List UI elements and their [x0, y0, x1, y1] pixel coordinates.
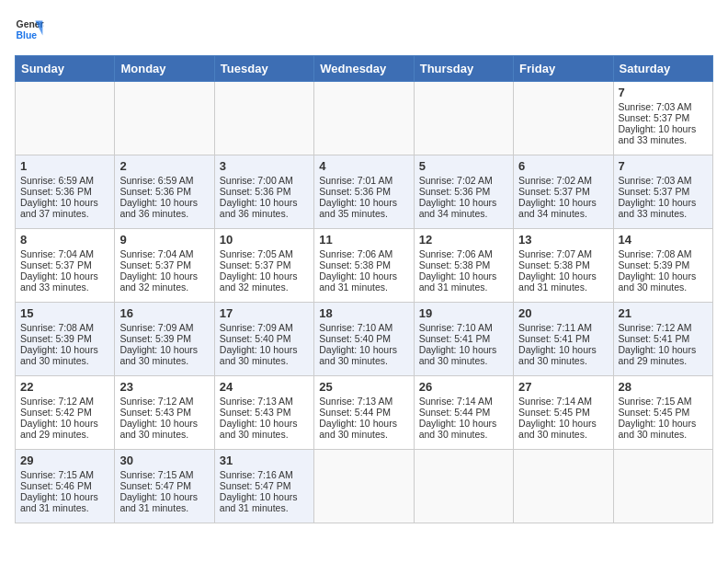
day-number: 23: [119, 380, 209, 394]
calendar-cell: 21Sunrise: 7:12 AMSunset: 5:41 PMDayligh…: [613, 303, 712, 376]
day-info-line: Sunset: 5:39 PM: [119, 333, 209, 344]
day-info-line: Daylight: 10 hours: [20, 491, 109, 502]
calendar-table: SundayMondayTuesdayWednesdayThursdayFrid…: [15, 55, 713, 523]
day-info-line: Sunset: 5:38 PM: [419, 259, 508, 270]
calendar-cell: 31Sunrise: 7:16 AMSunset: 5:47 PMDayligh…: [214, 450, 313, 523]
day-info-line: Daylight: 10 hours: [619, 418, 708, 429]
day-info-line: Daylight: 10 hours: [119, 418, 209, 429]
calendar-cell: [314, 450, 414, 523]
day-info-line: and 30 minutes.: [119, 429, 209, 440]
calendar-cell: 7Sunrise: 7:03 AMSunset: 5:37 PMDaylight…: [613, 82, 712, 155]
day-info-line: Sunrise: 7:09 AM: [220, 322, 309, 333]
calendar-cell: 2Sunrise: 6:59 AMSunset: 5:36 PMDaylight…: [115, 155, 214, 229]
day-info-line: Sunset: 5:36 PM: [419, 186, 508, 197]
dow-header-monday: Monday: [115, 56, 214, 82]
day-info-line: Daylight: 10 hours: [119, 270, 209, 282]
day-info-line: Sunrise: 7:12 AM: [20, 396, 109, 407]
calendar-body: 7Sunrise: 7:03 AMSunset: 5:37 PMDaylight…: [16, 82, 713, 523]
day-info-line: Sunset: 5:39 PM: [20, 333, 109, 344]
day-info-line: and 32 minutes.: [220, 282, 309, 293]
calendar-cell: [214, 82, 313, 155]
day-info-line: Sunrise: 7:03 AM: [619, 101, 708, 112]
day-number: 22: [20, 380, 109, 394]
day-info-line: Sunset: 5:37 PM: [518, 186, 608, 197]
day-info-line: Daylight: 10 hours: [20, 270, 109, 282]
day-info-line: and 31 minutes.: [419, 282, 508, 293]
day-info-line: Sunset: 5:37 PM: [20, 259, 109, 270]
day-info-line: and 30 minutes.: [319, 355, 408, 366]
day-number: 25: [319, 380, 408, 394]
calendar-cell: 24Sunrise: 7:13 AMSunset: 5:43 PMDayligh…: [214, 376, 313, 450]
day-info-line: and 33 minutes.: [619, 134, 708, 145]
day-info-line: and 30 minutes.: [220, 429, 309, 440]
day-info-line: Sunset: 5:36 PM: [119, 186, 209, 197]
day-number: 3: [220, 159, 309, 173]
day-number: 27: [518, 380, 608, 394]
day-info-line: and 31 minutes.: [119, 502, 209, 513]
day-info-line: Sunset: 5:46 PM: [20, 480, 109, 491]
calendar-cell: 12Sunrise: 7:06 AMSunset: 5:38 PMDayligh…: [414, 229, 513, 303]
days-of-week-row: SundayMondayTuesdayWednesdayThursdayFrid…: [16, 56, 713, 82]
page-header: General Blue: [15, 15, 713, 44]
calendar-cell: 27Sunrise: 7:14 AMSunset: 5:45 PMDayligh…: [514, 376, 613, 450]
day-info-line: and 31 minutes.: [518, 282, 608, 293]
day-info-line: Sunrise: 6:59 AM: [119, 175, 209, 186]
day-info-line: Sunset: 5:36 PM: [319, 186, 408, 197]
calendar-week-1: 1Sunrise: 6:59 AMSunset: 5:36 PMDaylight…: [16, 155, 713, 229]
day-number: 4: [319, 159, 408, 173]
day-info-line: Sunset: 5:47 PM: [220, 480, 309, 491]
day-info-line: Sunrise: 7:15 AM: [20, 469, 109, 480]
day-info-line: Daylight: 10 hours: [518, 418, 608, 429]
day-info-line: Sunrise: 7:01 AM: [319, 175, 408, 186]
day-info-line: Sunrise: 7:03 AM: [619, 175, 708, 186]
day-info-line: Daylight: 10 hours: [619, 123, 708, 134]
day-info-line: Sunset: 5:47 PM: [119, 480, 209, 491]
day-info-line: Sunset: 5:41 PM: [619, 333, 708, 344]
day-number: 13: [518, 233, 608, 247]
day-number: 20: [518, 306, 608, 320]
calendar-cell: [16, 82, 115, 155]
day-info-line: and 34 minutes.: [518, 208, 608, 219]
day-info-line: Daylight: 10 hours: [419, 270, 508, 282]
calendar-cell: 4Sunrise: 7:01 AMSunset: 5:36 PMDaylight…: [314, 155, 414, 229]
day-info-line: Daylight: 10 hours: [518, 344, 608, 355]
day-info-line: Sunrise: 7:10 AM: [419, 322, 508, 333]
day-info-line: Sunrise: 7:02 AM: [518, 175, 608, 186]
day-info-line: Sunset: 5:45 PM: [518, 407, 608, 418]
day-number: 26: [419, 380, 508, 394]
dow-header-thursday: Thursday: [414, 56, 513, 82]
day-info-line: Daylight: 10 hours: [319, 197, 408, 208]
calendar-cell: 14Sunrise: 7:08 AMSunset: 5:39 PMDayligh…: [613, 229, 712, 303]
calendar-cell: [514, 450, 613, 523]
day-number: 10: [220, 233, 309, 247]
day-info-line: Sunrise: 7:15 AM: [119, 469, 209, 480]
calendar-cell: [613, 450, 712, 523]
day-info-line: Sunset: 5:38 PM: [319, 259, 408, 270]
day-number: 30: [119, 454, 209, 467]
day-info-line: Daylight: 10 hours: [419, 344, 508, 355]
day-info-line: and 36 minutes.: [119, 208, 209, 219]
day-number: 8: [20, 233, 109, 247]
calendar-cell: 15Sunrise: 7:08 AMSunset: 5:39 PMDayligh…: [16, 303, 115, 376]
day-info-line: Daylight: 10 hours: [20, 197, 109, 208]
day-info-line: Sunset: 5:38 PM: [518, 259, 608, 270]
day-info-line: and 34 minutes.: [419, 208, 508, 219]
day-info-line: Sunrise: 7:13 AM: [319, 396, 408, 407]
day-info-line: Daylight: 10 hours: [619, 197, 708, 208]
day-info-line: and 30 minutes.: [220, 355, 309, 366]
day-info-line: Sunrise: 7:08 AM: [619, 248, 708, 259]
calendar-week-2: 8Sunrise: 7:04 AMSunset: 5:37 PMDaylight…: [16, 229, 713, 303]
day-number: 7: [619, 86, 708, 99]
calendar-cell: 6Sunrise: 7:02 AMSunset: 5:37 PMDaylight…: [514, 155, 613, 229]
day-info-line: and 30 minutes.: [619, 429, 708, 440]
day-info-line: and 30 minutes.: [419, 429, 508, 440]
day-info-line: and 30 minutes.: [518, 355, 608, 366]
day-info-line: Sunset: 5:37 PM: [220, 259, 309, 270]
calendar-cell: 7Sunrise: 7:03 AMSunset: 5:37 PMDaylight…: [613, 155, 712, 229]
day-number: 21: [619, 306, 708, 320]
day-info-line: Daylight: 10 hours: [220, 197, 309, 208]
day-number: 2: [119, 159, 209, 173]
calendar-cell: 29Sunrise: 7:15 AMSunset: 5:46 PMDayligh…: [16, 450, 115, 523]
day-info-line: Sunset: 5:37 PM: [619, 186, 708, 197]
calendar-week-5: 29Sunrise: 7:15 AMSunset: 5:46 PMDayligh…: [16, 450, 713, 523]
